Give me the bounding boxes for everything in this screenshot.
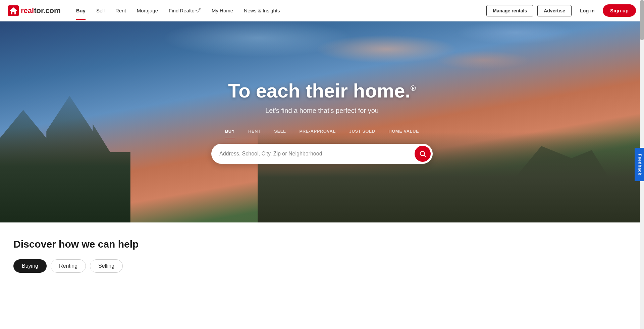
tab-home-value[interactable]: HOME VALUE <box>382 125 426 137</box>
discover-title: Discover how we can help <box>13 239 631 250</box>
tab-buy[interactable]: BUY <box>218 125 241 137</box>
search-input[interactable] <box>219 148 415 159</box>
category-pills: Buying Renting Selling <box>13 259 631 273</box>
search-bar <box>211 144 433 164</box>
login-button[interactable]: Log in <box>576 5 599 16</box>
navbar: realtor.com Buy Sell Rent Mortgage Find … <box>0 0 644 21</box>
search-tabs: BUY RENT SELL PRE-APPROVAL JUST SOLD HOM… <box>211 125 433 137</box>
nav-find-realtors[interactable]: Find Realtors® <box>164 1 206 20</box>
search-button[interactable] <box>415 146 431 162</box>
logo-house-icon <box>8 5 19 16</box>
tab-pre-approval[interactable]: PRE-APPROVAL <box>293 125 342 137</box>
nav-rent[interactable]: Rent <box>111 1 131 20</box>
tab-just-sold[interactable]: JUST SOLD <box>342 125 382 137</box>
feedback-button[interactable]: Feedback <box>635 148 644 181</box>
advertise-button[interactable]: Advertise <box>537 5 572 16</box>
signup-button[interactable]: Sign up <box>603 4 636 17</box>
tab-rent[interactable]: RENT <box>241 125 267 137</box>
svg-line-4 <box>424 155 426 157</box>
hero-subtitle: Let's find a home that's perfect for you <box>211 107 433 115</box>
svg-point-3 <box>420 151 425 156</box>
nav-sell[interactable]: Sell <box>92 1 109 20</box>
svg-rect-2 <box>12 12 14 14</box>
tab-sell[interactable]: SELL <box>267 125 292 137</box>
search-icon <box>419 150 426 157</box>
nav-news-insights[interactable]: News & Insights <box>239 1 285 20</box>
scrollbar-thumb[interactable] <box>640 0 644 40</box>
pill-selling[interactable]: Selling <box>90 259 123 273</box>
nav-links: Buy Sell Rent Mortgage Find Realtors® My… <box>71 1 487 20</box>
logo[interactable]: realtor.com <box>8 5 61 16</box>
hero-content: To each their home.® Let's find a home t… <box>205 80 439 164</box>
below-hero-section: Discover how we can help Buying Renting … <box>0 222 644 283</box>
hero-title: To each their home.® <box>211 80 433 102</box>
nav-mortgage[interactable]: Mortgage <box>132 1 163 20</box>
nav-my-home[interactable]: My Home <box>207 1 238 20</box>
manage-rentals-button[interactable]: Manage rentals <box>486 5 533 16</box>
nav-buy[interactable]: Buy <box>71 1 90 20</box>
scrollbar-track[interactable] <box>640 0 644 283</box>
hero-section: To each their home.® Let's find a home t… <box>0 21 644 222</box>
nav-right-actions: Manage rentals Advertise Log in Sign up <box>486 4 636 17</box>
pill-buying[interactable]: Buying <box>13 259 47 273</box>
pill-renting[interactable]: Renting <box>51 259 86 273</box>
